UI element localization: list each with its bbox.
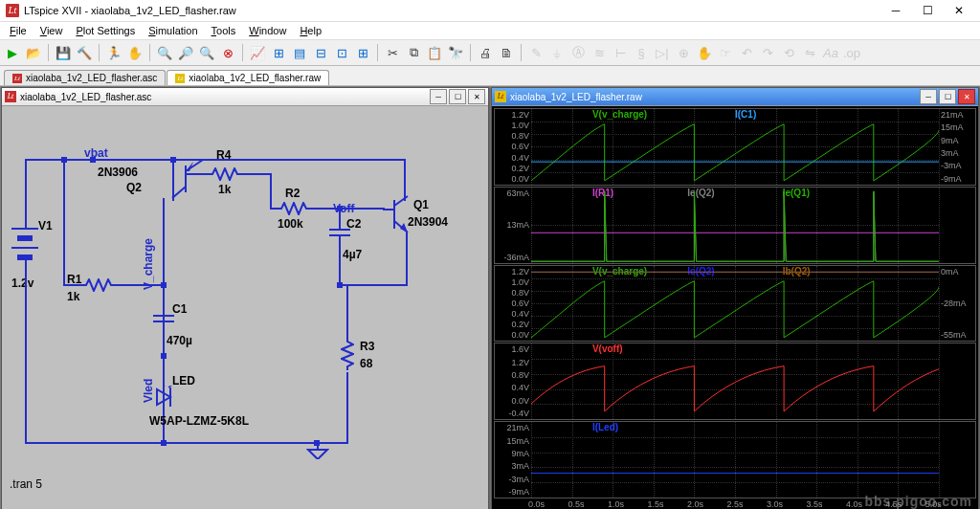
mirror-icon[interactable]: ⇋ [801, 44, 818, 61]
toolbar-icon-b[interactable]: ⊡ [333, 44, 350, 61]
child-close-button[interactable]: ✕ [468, 89, 485, 104]
cascade-icon[interactable]: ▤ [291, 44, 308, 61]
print-icon[interactable]: 🖨 [477, 44, 494, 61]
run-icon[interactable]: 🏃 [105, 44, 122, 61]
y-tick-right: -28mA [941, 299, 967, 308]
cut-icon[interactable]: ✂ [384, 44, 401, 61]
doc-tabs: Lt xiaolaba_1v2_LED_flasher.asc Lt xiaol… [0, 66, 980, 86]
r1-val: 1k [67, 290, 79, 303]
y-tick: 3mA [511, 461, 529, 471]
resistor-icon[interactable]: ≋ [590, 44, 608, 61]
close-button[interactable]: ✕ [944, 1, 974, 20]
text-icon[interactable]: Aa [822, 44, 839, 61]
y-tick: 15mA [506, 436, 529, 446]
menu-view[interactable]: View [34, 24, 69, 37]
schematic-titlebar[interactable]: Lt xiaolaba_1v2_LED_flasher.asc ─ ☐ ✕ [2, 88, 488, 106]
autorange-icon[interactable]: 📈 [249, 44, 266, 61]
y-tick: 1.6V [511, 344, 529, 354]
rotate-icon[interactable]: ⟲ [780, 44, 797, 61]
schematic-canvas[interactable]: vbat V_charge Vled Voff V1 1.2v 2N3906 Q… [2, 106, 488, 509]
move-icon[interactable]: ✋ [696, 44, 713, 61]
q2-symbol [167, 156, 205, 202]
waveform-window: Lt xiaolaba_1v2_LED_flasher.raw ─ ☐ ✕ 1.… [491, 87, 979, 509]
draw-wire-icon[interactable]: ✎ [527, 44, 545, 61]
y-tick-right: 0mA [941, 267, 959, 277]
zoom-fit-icon[interactable]: ⊗ [219, 44, 236, 61]
diode-icon[interactable]: ▷| [654, 44, 671, 61]
tile-icon[interactable]: ⊞ [270, 44, 287, 61]
titlebar: Lt LTspice XVII - xiaolaba_1v2_LED_flash… [0, 0, 980, 22]
menu-window[interactable]: Window [243, 24, 292, 37]
toolbar-icon-a[interactable]: ⊟ [312, 44, 329, 61]
zoom-pan-icon[interactable]: 🔎 [177, 44, 194, 61]
x-tick: 3.5s [806, 499, 822, 509]
y-tick: 0.6V [511, 142, 529, 151]
c1-name: C1 [172, 302, 187, 316]
plot-pane[interactable]: 21mA15mA9mA3mA-3mA-9mAI(Led) [494, 421, 976, 498]
child-min-button[interactable]: ─ [920, 89, 937, 104]
y-tick: 0.0V [511, 174, 529, 184]
menu-help[interactable]: Help [294, 24, 327, 37]
r2-name: R2 [285, 187, 300, 200]
y-tick-right: 9mA [941, 136, 959, 145]
svg-marker-9 [157, 389, 170, 405]
menu-simulation[interactable]: Simulation [143, 24, 203, 37]
r4-symbol [209, 167, 241, 181]
menu-tools[interactable]: Tools [206, 24, 242, 37]
redo-icon[interactable]: ↷ [759, 44, 776, 61]
plot-pane[interactable]: 1.6V1.2V0.8V0.4V0.0V-0.4VV(voff) [494, 343, 976, 420]
minimize-button[interactable]: ─ [880, 1, 911, 20]
watermark: bbs.pigoo.com [864, 494, 972, 509]
plot-pane[interactable]: 63mA13mA-36mAI(R1)Ie(Q2)Ie(Q1) [494, 187, 976, 264]
raw-icon: Lt [495, 91, 506, 102]
child-max-button[interactable]: ☐ [939, 89, 956, 104]
y-tick-right: 15mA [941, 122, 964, 132]
inductor-icon[interactable]: § [633, 44, 650, 61]
label-net-icon[interactable]: Ⓐ [569, 44, 587, 61]
new-schematic-icon[interactable]: ▶ [4, 44, 21, 61]
q1-symbol [383, 192, 421, 238]
ground-icon[interactable]: ⏚ [548, 44, 566, 61]
paste-icon[interactable]: 📋 [426, 44, 443, 61]
find-icon[interactable]: 🔭 [447, 44, 464, 61]
menu-plot-settings[interactable]: Plot Settings [70, 24, 141, 37]
component-icon[interactable]: ⊕ [675, 44, 692, 61]
q2-val: 2N3906 [98, 166, 138, 179]
x-tick: 3.0s [767, 499, 783, 509]
toolbar-icon-c[interactable]: ⊞ [354, 44, 371, 61]
control-panel-icon[interactable]: 🔨 [76, 44, 93, 61]
plot-area[interactable]: 1.2V1.0V0.8V0.6V0.4V0.2V0.0VV(v_charge)I… [492, 106, 978, 509]
spice-directive-icon[interactable]: .op [843, 44, 860, 61]
capacitor-icon[interactable]: ⊢ [612, 44, 629, 61]
schematic-title: xiaolaba_1v2_LED_flasher.asc [20, 92, 151, 102]
y-tick: 0.8V [511, 370, 529, 380]
setup-icon[interactable]: 🗎 [498, 44, 515, 61]
led-symbol [151, 386, 180, 414]
child-min-button[interactable]: ─ [430, 89, 447, 104]
y-tick-right: -3mA [941, 161, 962, 170]
child-max-button[interactable]: ☐ [449, 89, 466, 104]
halt-icon[interactable]: ✋ [126, 44, 144, 61]
menu-file[interactable]: File [4, 24, 33, 37]
save-icon[interactable]: 💾 [55, 44, 72, 61]
y-tick-right: 21mA [941, 110, 964, 120]
tab-asc[interactable]: Lt xiaolaba_1v2_LED_flasher.asc [4, 70, 166, 85]
copy-icon[interactable]: ⧉ [405, 44, 422, 61]
net-vbat: vbat [84, 146, 108, 160]
zoom-in-icon[interactable]: 🔍 [156, 44, 173, 61]
tab-raw[interactable]: Lt xiaolaba_1v2_LED_flasher.raw [167, 70, 329, 85]
svg-marker-14 [308, 450, 327, 459]
plot-pane[interactable]: 1.2V1.0V0.8V0.6V0.4V0.2V0.0VV(v_charge)I… [494, 265, 976, 343]
undo-icon[interactable]: ↶ [738, 44, 755, 61]
r3-symbol [341, 338, 354, 370]
waveform-titlebar[interactable]: Lt xiaolaba_1v2_LED_flasher.raw ─ ☐ ✕ [492, 88, 978, 106]
plot-pane[interactable]: 1.2V1.0V0.8V0.6V0.4V0.2V0.0VV(v_charge)I… [494, 108, 976, 186]
waveform-title: xiaolaba_1v2_LED_flasher.raw [510, 92, 642, 102]
zoom-out-icon[interactable]: 🔍 [198, 44, 215, 61]
x-tick: 4.0s [846, 499, 862, 509]
maximize-button[interactable]: ☐ [912, 1, 943, 20]
open-icon[interactable]: 📂 [25, 44, 42, 61]
r4-name: R4 [216, 148, 231, 162]
child-close-button[interactable]: ✕ [958, 89, 975, 104]
drag-icon[interactable]: ☞ [717, 44, 734, 61]
